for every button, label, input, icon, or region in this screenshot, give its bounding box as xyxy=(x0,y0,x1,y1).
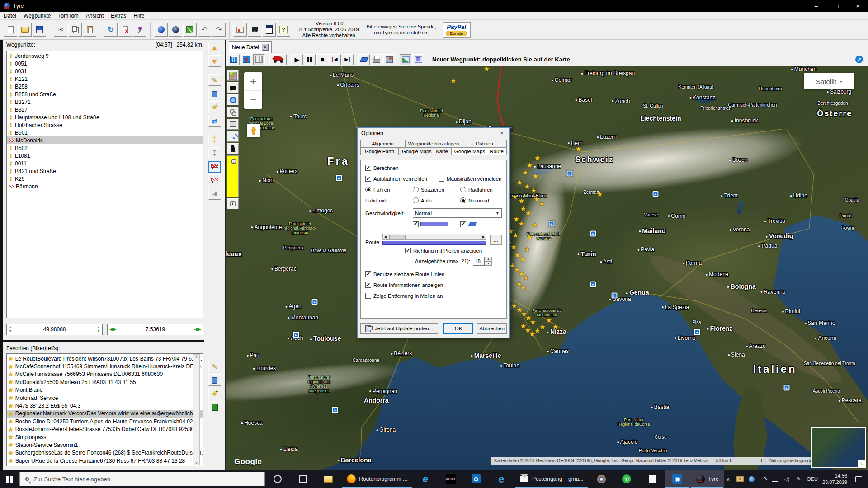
tray-vol-icon[interactable] xyxy=(783,475,791,483)
tray-kb-icon[interactable] xyxy=(736,475,744,483)
checkbox-meilen[interactable]: Zeige Entfernung in Meilen an xyxy=(365,293,443,299)
poi-star-icon[interactable]: ★ xyxy=(520,284,526,292)
waypoint-item[interactable]: ♦♦0051 xyxy=(7,60,203,67)
waypoint-item[interactable]: Bärmann xyxy=(7,183,203,190)
tab-google-maps-route[interactable]: Google Maps - Route xyxy=(451,147,507,155)
taskbar-app-doc[interactable] xyxy=(639,470,665,488)
chev-y-button[interactable] xyxy=(208,134,221,145)
poi-star-icon[interactable]: ★ xyxy=(524,245,530,253)
stop-button[interactable] xyxy=(316,54,328,65)
waypoint-item[interactable]: ♦♦B501 xyxy=(7,129,203,136)
poi-star-icon[interactable]: ★ xyxy=(525,209,531,217)
poi-star-icon[interactable]: ★ xyxy=(532,221,538,229)
tray-pen-icon[interactable] xyxy=(795,475,803,483)
favorite-item[interactable]: ★RossleJohann-Peter-Hebel-Strasse 775335… xyxy=(7,426,203,433)
bubble-map-button[interactable] xyxy=(227,82,239,93)
poi-star-icon[interactable]: ★ xyxy=(530,187,536,195)
road-map-button[interactable] xyxy=(227,143,239,154)
waypoint-item[interactable]: ♦♦Hauptstrasse und L108 und Straße xyxy=(7,113,203,121)
poi-star-icon[interactable]: ★ xyxy=(484,66,490,73)
globe-button[interactable] xyxy=(154,23,168,37)
down-button[interactable] xyxy=(208,55,221,67)
waypoint-item[interactable]: ♦♦B327 xyxy=(7,106,203,113)
scroll-up-icon[interactable]: ∧ xyxy=(195,355,198,359)
minimap-expand-icon[interactable]: ↘ xyxy=(858,460,865,467)
poi-star-icon[interactable]: ★ xyxy=(519,255,525,263)
poimap-button[interactable] xyxy=(383,54,395,65)
poi-star-icon[interactable]: ★ xyxy=(513,231,519,239)
poi-star-icon[interactable]: ★ xyxy=(552,323,558,331)
taskbar-app-sonos[interactable] xyxy=(438,470,463,488)
checkbox-mautstrassen-vermeiden[interactable]: Mautstraßen vermeiden xyxy=(439,176,501,182)
calc-off-button[interactable] xyxy=(241,54,252,65)
del-button[interactable] xyxy=(118,23,132,37)
satellite-dropdown[interactable]: Satellit ▾ xyxy=(804,73,854,89)
poi-star-icon[interactable]: ★ xyxy=(546,316,552,324)
poi-star-icon[interactable]: ★ xyxy=(512,193,518,201)
open-folder-button[interactable] xyxy=(18,23,32,37)
favorite-item[interactable]: ★McCafeSonnenhof 1155469 Simmern/Hunsruc… xyxy=(7,362,203,370)
paste-button[interactable] xyxy=(83,23,96,37)
favorite-item[interactable]: ★SuchergebnisseLac de Serre-Poncon46 (26… xyxy=(7,449,203,457)
trash-button[interactable] xyxy=(208,88,221,99)
map-marker-icon[interactable] xyxy=(336,175,342,181)
tab-google-earth[interactable]: Google Earth xyxy=(360,147,399,155)
poi-star-icon[interactable]: ★ xyxy=(576,145,581,153)
moto-button[interactable] xyxy=(269,54,287,65)
favorite-item[interactable]: ★McCafeTurnstrasse 7566953 Pirmasens DEU… xyxy=(7,371,203,378)
taskbar-app-mail[interactable]: Posteingang – gma... xyxy=(514,470,589,488)
scroll-down-icon[interactable]: ∨ xyxy=(195,460,198,465)
waypoint-item[interactable]: ♦♦B421 und Straße xyxy=(7,167,203,175)
minimize-button[interactable]: – xyxy=(806,0,826,12)
route-color-swatch[interactable] xyxy=(420,222,448,226)
lat-spinner-icon[interactable]: ▲▼ xyxy=(97,326,100,333)
waypoint-item[interactable]: McDonalds xyxy=(7,136,203,144)
tab-neue-datei[interactable]: Neue Datei × xyxy=(229,41,272,53)
info-map-button[interactable] xyxy=(227,198,239,209)
trash-favorite-button[interactable] xyxy=(208,374,221,386)
language-indicator[interactable]: DEU xyxy=(807,476,818,482)
waypoint-item[interactable]: ♦♦0011 xyxy=(7,160,203,167)
tab-dateien[interactable]: Dateien xyxy=(462,140,507,147)
favorite-item[interactable]: ★Super URue de la Creuse Fontaine67130 R… xyxy=(7,457,203,465)
refresh-button[interactable] xyxy=(104,23,118,37)
prev-button[interactable] xyxy=(329,54,341,65)
waypoint-item[interactable]: ♦♦K29 xyxy=(7,175,203,183)
undo-button[interactable] xyxy=(198,23,211,37)
star-plus-button[interactable] xyxy=(208,101,221,113)
taskbar-app-outlook[interactable] xyxy=(463,470,489,488)
zoom-out-button[interactable]: − xyxy=(244,91,262,109)
up-button[interactable] xyxy=(208,42,221,53)
checkbox-autobahnen-vermeiden[interactable]: Autobahnen vermeiden xyxy=(365,176,433,182)
poi-star-icon[interactable]: ★ xyxy=(523,273,528,282)
poi-star-icon[interactable]: ★ xyxy=(527,233,533,241)
taskbar-app-cortana[interactable] xyxy=(265,470,290,488)
screen-button[interactable] xyxy=(233,23,247,37)
map-button[interactable] xyxy=(183,23,197,37)
taskbar-app-edge[interactable] xyxy=(489,470,514,488)
star-plus-favorite-button[interactable] xyxy=(208,388,221,399)
radio-fahren[interactable]: Fahren xyxy=(365,187,413,192)
radio-spazieren[interactable]: Spazieren xyxy=(413,187,460,192)
waypoint-item[interactable]: ♦♦B3271 xyxy=(7,98,203,106)
clock[interactable]: 14:56 23.07.2019 xyxy=(822,473,847,485)
poi-star-icon[interactable]: ★ xyxy=(510,243,516,251)
img1-button[interactable] xyxy=(400,54,411,65)
waypoint-item[interactable]: ♦♦L1081 xyxy=(7,152,203,160)
taskbar-app-compass[interactable] xyxy=(589,470,614,488)
cancel-button[interactable]: Abbrechen xyxy=(477,323,507,334)
barrier-button[interactable] xyxy=(208,161,221,173)
tray-chev-icon[interactable] xyxy=(724,475,732,483)
latitude-field[interactable]: ▲▼ 49.98088 ▲▼ xyxy=(6,324,103,335)
waypoint-item[interactable]: ♦♦0031 xyxy=(7,67,203,75)
cut-button[interactable] xyxy=(54,23,67,37)
map-canvas[interactable]: Le MansOrleansToursDijonBesançonColmarFr… xyxy=(226,66,868,470)
find-button[interactable] xyxy=(248,23,261,37)
overview-minimap[interactable]: ↘ xyxy=(811,427,866,468)
radio-auto[interactable]: Auto xyxy=(413,197,460,203)
calc-plain-button[interactable] xyxy=(253,54,265,65)
close-button[interactable]: × xyxy=(847,0,868,12)
taskbar-app-ie[interactable] xyxy=(413,470,438,488)
poi-star-icon[interactable]: ★ xyxy=(522,169,528,177)
chain-map-button[interactable] xyxy=(227,107,239,117)
